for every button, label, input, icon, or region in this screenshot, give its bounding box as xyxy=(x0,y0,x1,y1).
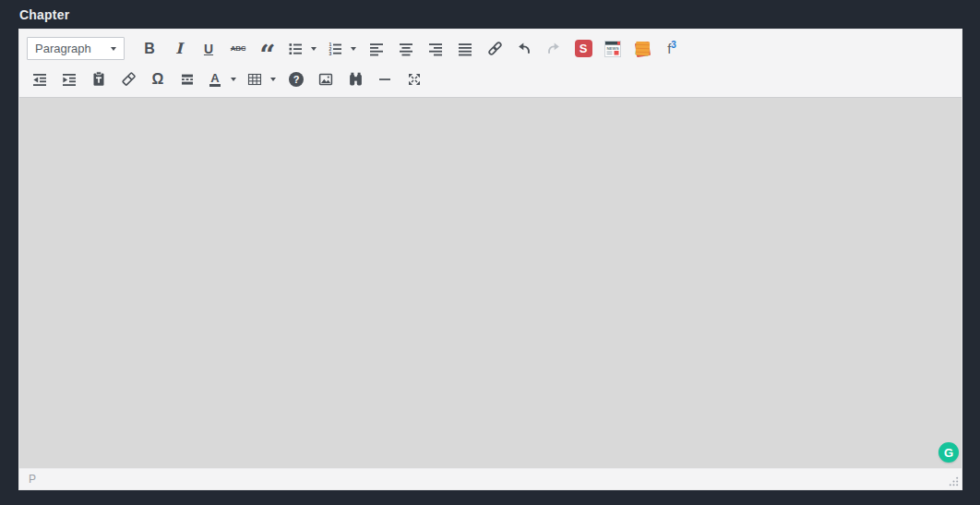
justify-button[interactable] xyxy=(452,37,478,61)
align-right-icon xyxy=(428,42,443,56)
align-center-button[interactable] xyxy=(393,37,419,61)
insert-link-button[interactable] xyxy=(482,37,508,61)
field-label-chapter: Chapter xyxy=(0,0,980,29)
element-path[interactable]: P xyxy=(29,473,36,486)
page-break-button[interactable] xyxy=(174,67,200,91)
align-left-button[interactable] xyxy=(364,37,389,61)
unordered-list-button[interactable] xyxy=(284,37,306,61)
clear-formatting-button[interactable] xyxy=(115,67,141,91)
grammarly-icon: G xyxy=(944,446,953,460)
svg-text:3: 3 xyxy=(329,50,331,55)
indent-icon xyxy=(62,72,77,87)
sticky-note-icon xyxy=(634,41,651,57)
help-button[interactable]: ? xyxy=(283,67,309,91)
numbered-list-icon: 1 2 3 xyxy=(328,42,342,56)
text-color-icon: A xyxy=(209,72,220,87)
chevron-down-icon xyxy=(311,47,317,51)
grammarly-button[interactable]: G xyxy=(938,442,959,463)
find-and-replace-button[interactable] xyxy=(342,67,368,91)
text-color-menu-button[interactable] xyxy=(226,67,240,91)
bullet-list-icon xyxy=(288,42,303,56)
svg-text:NEWS: NEWS xyxy=(606,45,618,50)
underline-button[interactable]: U xyxy=(196,37,221,61)
text-color-button[interactable]: A xyxy=(204,67,226,91)
editor-toolbar: Paragraph B I U ABC “ 1 xyxy=(19,30,962,97)
bold-icon: B xyxy=(144,41,155,57)
horizontal-rule-icon xyxy=(377,72,392,87)
redo-button[interactable] xyxy=(541,37,567,61)
align-center-icon xyxy=(399,42,413,56)
binoculars-icon xyxy=(348,71,364,87)
outdent-icon xyxy=(32,72,47,87)
format-select-value: Paragraph xyxy=(35,42,91,55)
editor-content[interactable]: G xyxy=(19,97,962,468)
help-icon: ? xyxy=(289,72,304,87)
chevron-down-icon xyxy=(111,47,116,51)
italic-button[interactable]: I xyxy=(166,37,192,61)
ordered-list-menu-button[interactable] xyxy=(346,37,360,61)
resize-handle[interactable] xyxy=(949,476,959,487)
horizontal-rule-button[interactable] xyxy=(372,67,398,91)
footnote-icon: f 3 xyxy=(667,42,676,56)
indent-button[interactable] xyxy=(56,67,82,91)
strikethrough-button[interactable]: ABC xyxy=(225,37,251,61)
redo-icon xyxy=(546,42,561,56)
eraser-icon xyxy=(121,71,137,87)
undo-button[interactable] xyxy=(511,37,537,61)
text-color-split-button: A xyxy=(204,67,240,91)
omega-icon: Ω xyxy=(152,71,164,88)
sticky-note-button[interactable] xyxy=(629,37,655,61)
blockquote-button[interactable]: “ xyxy=(255,37,281,61)
table-button[interactable] xyxy=(244,67,266,91)
unordered-list-menu-button[interactable] xyxy=(306,37,320,61)
shortcode-s-icon: S xyxy=(575,40,592,57)
underline-icon: U xyxy=(204,42,213,56)
chevron-down-icon xyxy=(231,78,236,81)
italic-icon: I xyxy=(175,40,182,57)
align-right-button[interactable] xyxy=(423,37,448,61)
insert-image-button[interactable] xyxy=(313,67,339,91)
table-icon xyxy=(247,72,262,87)
fullscreen-button[interactable] xyxy=(401,67,427,91)
unordered-list-split-button xyxy=(284,37,320,61)
chevron-down-icon xyxy=(270,78,276,81)
newsletter-icon: NEWS xyxy=(604,41,621,57)
footnotes-button[interactable]: f 3 xyxy=(659,37,685,61)
ordered-list-split-button: 1 2 3 xyxy=(324,37,360,61)
undo-icon xyxy=(517,42,532,56)
strikethrough-icon: ABC xyxy=(231,44,245,53)
page-break-icon xyxy=(180,72,195,87)
shortcode-button[interactable]: S xyxy=(570,37,596,61)
toolbar-row-2: Ω A xyxy=(27,64,954,94)
chevron-down-icon xyxy=(351,47,356,51)
paste-icon xyxy=(91,71,106,87)
fullscreen-icon xyxy=(407,72,422,87)
format-select[interactable]: Paragraph xyxy=(27,37,125,60)
rich-text-editor: Paragraph B I U ABC “ 1 xyxy=(18,29,962,490)
paste-as-text-button[interactable] xyxy=(86,67,112,91)
ordered-list-button[interactable]: 1 2 3 xyxy=(324,37,346,61)
justify-icon xyxy=(458,42,472,56)
editor-statusbar: P xyxy=(19,468,962,489)
special-character-button[interactable]: Ω xyxy=(145,67,171,91)
outdent-button[interactable] xyxy=(27,67,53,91)
align-left-icon xyxy=(369,42,384,56)
bold-button[interactable]: B xyxy=(137,37,162,61)
link-icon xyxy=(487,41,503,56)
toolbar-row-1: Paragraph B I U ABC “ 1 xyxy=(27,33,954,64)
newsletter-button[interactable]: NEWS xyxy=(600,37,626,61)
image-icon xyxy=(318,72,333,87)
